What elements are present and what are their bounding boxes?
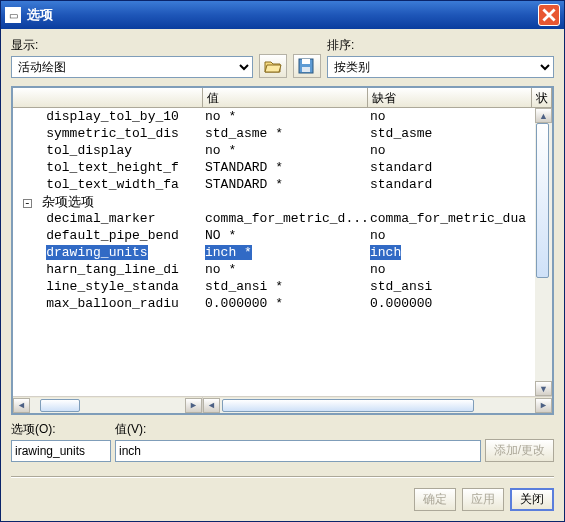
table-row[interactable]: decimal_markercomma_for_metric_d...comma… (13, 210, 552, 227)
scroll-left-icon[interactable]: ◄ (13, 398, 30, 413)
scroll-up-icon[interactable]: ▲ (535, 108, 552, 123)
apply-button[interactable]: 应用 (462, 488, 504, 511)
display-label: 显示: (11, 37, 253, 54)
table-row[interactable]: display_tol_by_10no *no (13, 108, 552, 125)
folder-open-icon (264, 58, 282, 74)
scroll-left-icon[interactable]: ◄ (203, 398, 220, 413)
display-combo[interactable]: 活动绘图 (11, 56, 253, 78)
scroll-right-icon[interactable]: ► (185, 398, 202, 413)
table-row[interactable]: harn_tang_line_dino *no (13, 261, 552, 278)
col-header-name[interactable] (13, 88, 203, 107)
table-row[interactable]: default_pipe_bendNO *no (13, 227, 552, 244)
floppy-icon (298, 58, 316, 74)
vertical-scrollbar[interactable]: ▲ ▼ (535, 108, 552, 396)
save-file-button[interactable] (293, 54, 321, 78)
ok-button[interactable]: 确定 (414, 488, 456, 511)
col-header-value[interactable]: 值 (203, 88, 368, 107)
sort-combo[interactable]: 按类别 (327, 56, 554, 78)
sort-label: 排序: (327, 37, 554, 54)
add-change-button[interactable]: 添加/更改 (485, 439, 554, 462)
close-button[interactable]: 关闭 (510, 488, 554, 511)
window-close-button[interactable] (538, 4, 560, 26)
option-edit-label: 选项(O): (11, 421, 111, 438)
table-row[interactable]: symmetric_tol_disstd_asme *std_asme (13, 125, 552, 142)
table-row[interactable]: tol_displayno *no (13, 142, 552, 159)
table-row[interactable]: max_balloon_radiu0.000000 *0.000000 (13, 295, 552, 312)
option-input[interactable] (11, 440, 111, 462)
table-row[interactable]: tol_text_height_fSTANDARD *standard (13, 159, 552, 176)
hscroll-left[interactable]: ◄ ► (13, 396, 203, 413)
table-row[interactable]: tol_text_width_faSTANDARD *standard (13, 176, 552, 193)
svg-rect-1 (302, 59, 310, 64)
col-header-status[interactable]: 状 (532, 88, 552, 107)
window-title: 选项 (27, 6, 538, 24)
value-input[interactable] (115, 440, 481, 462)
scroll-right-icon[interactable]: ► (535, 398, 552, 413)
table-row[interactable]: line_style_standastd_ansi *std_ansi (13, 278, 552, 295)
collapse-icon[interactable]: - (23, 199, 32, 208)
table-row[interactable]: drawing_unitsinch *inch (13, 244, 552, 261)
tree-section[interactable]: - 杂项选项 (13, 193, 552, 210)
value-edit-label: 值(V): (115, 421, 481, 438)
svg-rect-2 (302, 67, 310, 72)
open-file-button[interactable] (259, 54, 287, 78)
app-icon: ▭ (5, 7, 21, 23)
col-header-default[interactable]: 缺省 (368, 88, 532, 107)
scroll-down-icon[interactable]: ▼ (535, 381, 552, 396)
hscroll-right[interactable]: ◄ ► (203, 396, 552, 413)
